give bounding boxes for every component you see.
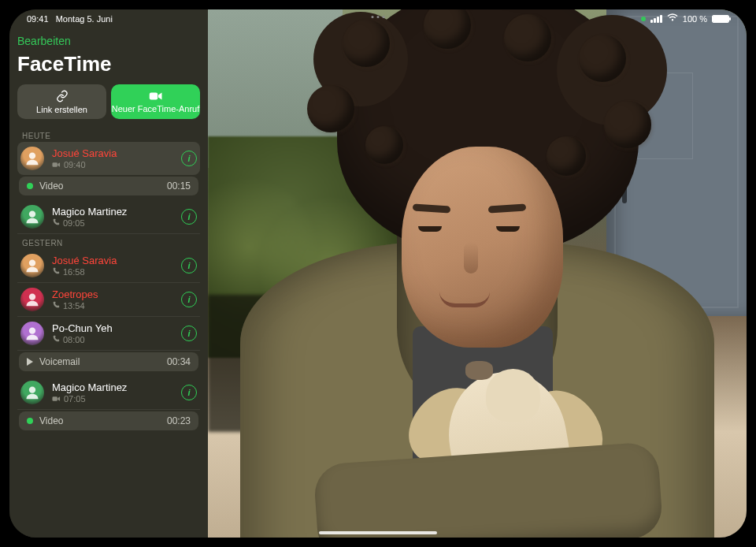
phone-icon xyxy=(52,301,60,311)
create-link-label: Link erstellen xyxy=(36,105,87,114)
status-date: Montag 5. Juni xyxy=(56,14,113,24)
call-row[interactable]: Magico Martinez07:05i xyxy=(17,376,200,410)
call-name: Zoetropes xyxy=(52,288,173,300)
edit-button[interactable]: Bearbeiten xyxy=(17,33,200,49)
svg-point-3 xyxy=(29,211,35,218)
attachment-label: Video xyxy=(39,180,63,192)
call-meta: 08:00 xyxy=(52,335,173,344)
svg-point-5 xyxy=(29,294,35,300)
avatar xyxy=(20,381,44,404)
info-button[interactable]: i xyxy=(181,151,197,166)
call-meta: 13:54 xyxy=(52,301,173,311)
call-meta: 16:58 xyxy=(52,267,173,277)
sidebar: Bearbeiten FaceTime Link erstellen Neuer… xyxy=(9,9,208,538)
person-face xyxy=(402,147,563,348)
new-facetime-button[interactable]: Neuer FaceTime-Anruf xyxy=(111,84,200,119)
info-button[interactable]: i xyxy=(181,385,197,400)
call-name: Po-Chun Yeh xyxy=(52,322,173,334)
call-row[interactable]: Josué Saravia16:58i xyxy=(17,249,200,283)
wifi-icon xyxy=(667,13,678,24)
avatar xyxy=(20,147,44,170)
attachment-duration: 00:15 xyxy=(167,180,191,192)
attachment-duration: 00:34 xyxy=(167,356,191,367)
camera-indicator-icon xyxy=(641,17,646,21)
voicemail-attachment[interactable]: Voicemail00:34 xyxy=(19,352,198,371)
call-row[interactable]: Po-Chun Yeh08:00i xyxy=(17,317,200,351)
video-attachment[interactable]: Video00:15 xyxy=(19,177,198,195)
svg-rect-2 xyxy=(52,162,57,167)
call-meta: 07:05 xyxy=(52,394,173,404)
call-meta: 09:40 xyxy=(52,160,173,169)
battery-text: 100 % xyxy=(683,14,707,24)
attachment-duration: 00:23 xyxy=(167,415,191,426)
svg-point-7 xyxy=(29,387,35,393)
call-name: Magico Martinez xyxy=(52,206,173,218)
call-meta: 09:05 xyxy=(52,218,173,228)
attachment-label: Video xyxy=(39,415,63,426)
avatar xyxy=(20,254,44,277)
app-title: FaceTime xyxy=(17,52,200,76)
svg-rect-0 xyxy=(149,92,158,99)
avatar xyxy=(20,288,44,311)
phone-icon xyxy=(52,218,60,228)
info-button[interactable]: i xyxy=(181,292,197,307)
play-icon xyxy=(27,358,33,366)
video-icon xyxy=(52,395,61,404)
svg-point-6 xyxy=(29,328,35,334)
info-button[interactable]: i xyxy=(181,326,197,341)
unread-dot-icon xyxy=(27,418,33,424)
attachment-label: Voicemail xyxy=(39,356,80,367)
call-name: Josué Saravia xyxy=(52,147,173,159)
cellular-icon xyxy=(650,15,662,23)
create-link-button[interactable]: Link erstellen xyxy=(17,84,106,119)
multitask-dots[interactable] xyxy=(372,16,385,18)
status-time: 09:41 xyxy=(27,14,49,24)
call-name: Magico Martinez xyxy=(52,381,173,393)
home-indicator[interactable] xyxy=(319,531,437,534)
call-row[interactable]: Josué Saravia09:40i xyxy=(17,142,200,175)
video-attachment[interactable]: Video00:23 xyxy=(19,411,198,430)
video-icon xyxy=(52,161,61,169)
link-icon xyxy=(56,90,69,102)
phone-icon xyxy=(52,267,60,277)
section-label: GESTERN xyxy=(22,239,195,247)
svg-point-4 xyxy=(29,260,35,266)
new-facetime-label: Neuer FaceTime-Anruf xyxy=(112,104,199,113)
svg-rect-8 xyxy=(52,396,57,401)
call-name: Josué Saravia xyxy=(52,255,173,266)
battery-icon xyxy=(712,15,729,23)
info-button[interactable]: i xyxy=(181,209,197,225)
call-row[interactable]: Zoetropes13:54i xyxy=(17,283,200,317)
svg-point-1 xyxy=(29,153,35,159)
avatar xyxy=(20,205,44,229)
phone-icon xyxy=(52,335,60,344)
facetime-video[interactable] xyxy=(208,9,747,538)
unread-dot-icon xyxy=(27,183,33,189)
status-bar: 09:41 Montag 5. Juni 100 % xyxy=(9,9,747,27)
video-icon xyxy=(149,91,163,102)
avatar xyxy=(20,322,44,345)
info-button[interactable]: i xyxy=(181,258,197,274)
section-label: HEUTE xyxy=(22,132,195,140)
call-row[interactable]: Magico Martinez09:05i xyxy=(17,200,200,234)
